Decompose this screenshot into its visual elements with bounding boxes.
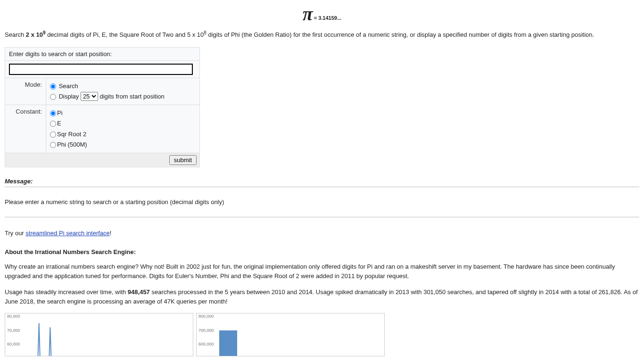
- monthly-usage-chart: 80,00070,00060,00050,00040,00030,000: [5, 313, 193, 356]
- prompt-label: Enter digits to search or start position…: [5, 48, 200, 61]
- streamlined-link[interactable]: streamlined Pi search interface: [25, 230, 109, 237]
- search-input[interactable]: [9, 64, 193, 75]
- mode-display-post: digits from start position: [100, 93, 165, 100]
- try-line: Try our streamlined Pi search interface!: [5, 229, 639, 238]
- page-title: π = 3.14159...: [5, 5, 639, 24]
- constant-pi-text: Pi: [57, 109, 63, 116]
- divider: [5, 217, 639, 217]
- intro-text: Search 2 x 109 decimal digits of Pi, E, …: [5, 30, 639, 40]
- constant-pi-radio[interactable]: [50, 110, 56, 116]
- intro-suffix: digits of Phi (the Golden Ratio) for the…: [206, 31, 594, 38]
- constant-label: Constant:: [5, 105, 46, 153]
- about-p1: Why create an irrational numbers search …: [5, 262, 639, 281]
- mode-display-pre: Display: [59, 93, 79, 100]
- constant-e-option[interactable]: E: [50, 120, 61, 127]
- mode-display-option[interactable]: Display: [50, 93, 81, 100]
- constant-e-radio[interactable]: [50, 121, 56, 127]
- digits-select[interactable]: 25: [81, 92, 98, 101]
- pi-symbol: π: [303, 5, 313, 24]
- mode-label: Mode:: [5, 78, 46, 105]
- about-p2-bold: 948,457: [128, 288, 150, 296]
- message-heading: Message:: [5, 178, 639, 185]
- constant-phi-text: Phi (500M): [57, 141, 87, 148]
- mode-display-radio[interactable]: [50, 94, 56, 100]
- intro-mid: decimal digits of Pi, E, the Square Root…: [46, 31, 204, 38]
- mode-search-option[interactable]: Search: [50, 82, 78, 90]
- constant-pi-option[interactable]: Pi: [50, 109, 63, 116]
- search-form: Enter digits to search or start position…: [5, 47, 200, 167]
- about-p2a: Usage has steadily increased over time, …: [5, 288, 128, 296]
- intro-prefix: Search: [5, 31, 26, 38]
- submit-button[interactable]: submit: [169, 155, 197, 165]
- try-pre: Try our: [5, 230, 25, 237]
- about-heading: About the Irrational Numbers Search Engi…: [5, 248, 639, 255]
- constant-phi-radio[interactable]: [50, 142, 56, 148]
- constant-sqrt2-radio[interactable]: [50, 132, 56, 138]
- mode-search-text: Search: [59, 82, 78, 90]
- constant-sqrt2-option[interactable]: Sqr Root 2: [50, 131, 86, 138]
- constant-sqrt2-text: Sqr Root 2: [57, 131, 86, 138]
- try-post: !: [110, 230, 112, 237]
- pi-value: = 3.14159...: [314, 15, 341, 21]
- about-p2: Usage has steadily increased over time, …: [5, 288, 639, 306]
- charts-row: 80,00070,00060,00050,00040,00030,000 800…: [5, 313, 639, 356]
- constant-phi-option[interactable]: Phi (500M): [50, 141, 87, 148]
- message-body: Please enter a numeric string to search …: [5, 198, 639, 206]
- mode-search-radio[interactable]: [50, 83, 56, 90]
- yearly-usage-chart: 800,000700,000600,000500,000400,000300,0…: [196, 313, 385, 356]
- divider: [5, 187, 639, 187]
- constant-e-text: E: [57, 120, 61, 127]
- intro-mantissa: 2 x 10: [26, 31, 43, 38]
